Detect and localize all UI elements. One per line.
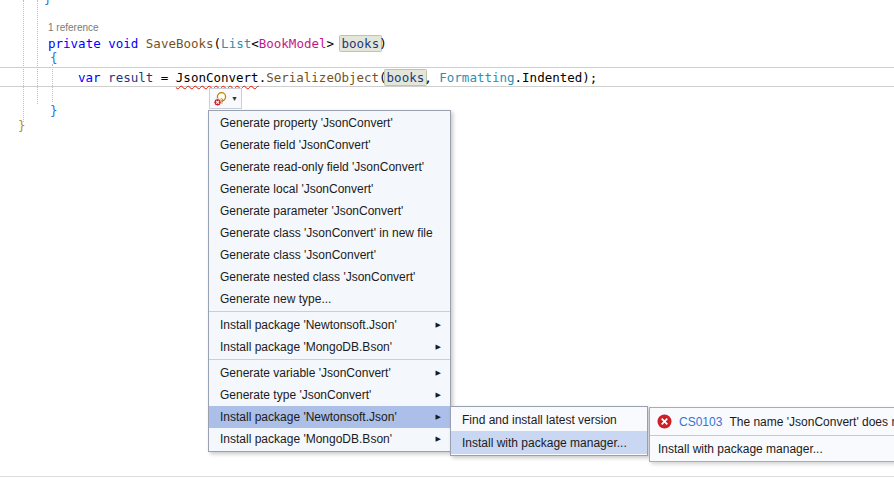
menu-separator (209, 310, 450, 314)
error-code-link[interactable]: CS0103 (679, 415, 722, 429)
code-token (101, 70, 109, 85)
code-token: books (385, 70, 427, 85)
code-token: books (340, 36, 382, 51)
submenu-arrow-icon: ▶ (436, 369, 441, 377)
code-token: , (424, 70, 439, 85)
menu-item[interactable]: Generate property 'JsonConvert' (209, 112, 450, 134)
chevron-down-icon: ▼ (231, 95, 238, 102)
code-line-prev-close: } (44, 0, 52, 8)
menu-item-label: Generate new type... (220, 292, 441, 306)
code-token: Formatting (439, 70, 514, 85)
menu-item[interactable]: Find and install latest version (451, 408, 647, 431)
menu-item-label: Generate nested class 'JsonConvert' (220, 270, 441, 284)
submenu-arrow-icon: ▶ (436, 435, 441, 443)
codelens-reference-count[interactable]: 1 reference (48, 22, 99, 34)
menu-item-label: Install package 'Newtonsoft.Json' (220, 410, 428, 424)
code-token: } (44, 0, 52, 6)
menu-item[interactable]: Install package 'MongoDB.Bson'▶ (209, 336, 450, 358)
menu-item[interactable]: Generate local 'JsonConvert' (209, 178, 450, 200)
error-tooltip: CS0103 The name 'JsonConvert' does not I… (649, 407, 894, 462)
code-token: ( (214, 36, 222, 51)
code-token: result (108, 70, 153, 85)
code-line-close-brace: } (50, 101, 58, 120)
menu-item-label: Generate field 'JsonConvert' (220, 138, 441, 152)
editor-bottom-divider (0, 476, 894, 477)
code-token: } (18, 118, 26, 133)
error-tooltip-diagnostic-row: CS0103 The name 'JsonConvert' does not (650, 408, 894, 436)
code-token: } (50, 103, 58, 118)
menu-item[interactable]: Generate class 'JsonConvert' in new file (209, 222, 450, 244)
error-tooltip-action-label: Install with package manager... (658, 442, 823, 456)
menu-item[interactable]: Generate read-only field 'JsonConvert' (209, 156, 450, 178)
menu-item-label: Generate type 'JsonConvert' (220, 388, 428, 402)
code-line-signature: private void SaveBooks(List<BookModel> b… (48, 34, 387, 53)
menu-separator (209, 358, 450, 362)
menu-item-label: Generate class 'JsonConvert' (220, 248, 441, 262)
code-line-statement: var result = JsonConvert.SerializeObject… (78, 68, 597, 87)
code-token: var (78, 70, 101, 85)
error-icon (657, 414, 672, 429)
submenu-arrow-icon: ▶ (436, 343, 441, 351)
quick-actions-button[interactable]: ▼ (209, 88, 242, 109)
lightbulb-error-icon (213, 91, 229, 107)
menu-item[interactable]: Install package 'Newtonsoft.Json'▶ (209, 406, 450, 428)
code-token: . (515, 70, 523, 85)
code-line-open-brace: { (50, 48, 58, 67)
install-package-submenu: Find and install latest versionInstall w… (450, 406, 648, 456)
code-token: BookModel (259, 36, 327, 51)
code-token: Indented (522, 70, 582, 85)
code-token: JsonConvert (176, 70, 259, 85)
code-token: < (251, 36, 259, 51)
menu-item[interactable]: Generate field 'JsonConvert' (209, 134, 450, 156)
quick-actions-menu: Generate property 'JsonConvert'Generate … (208, 110, 451, 452)
menu-item-label: Generate class 'JsonConvert' in new file (220, 226, 441, 240)
vs-editor-screen: } 1 reference private void SaveBooks(Lis… (0, 0, 894, 482)
menu-item-label: Generate variable 'JsonConvert' (220, 366, 428, 380)
menu-item[interactable]: Install package 'Newtonsoft.Json'▶ (209, 314, 450, 336)
menu-item-label: Find and install latest version (462, 413, 638, 427)
menu-item[interactable]: Install package 'MongoDB.Bson'▶ (209, 428, 450, 450)
menu-item-label: Generate read-only field 'JsonConvert' (220, 160, 441, 174)
code-token: = (153, 70, 176, 85)
menu-item-label: Install package 'Newtonsoft.Json' (220, 318, 428, 332)
indent-guide (37, 0, 38, 104)
menu-item[interactable]: Generate parameter 'JsonConvert' (209, 200, 450, 222)
code-token: { (50, 50, 58, 65)
menu-item[interactable]: Generate new type... (209, 288, 450, 310)
menu-item[interactable]: Install with package manager... (451, 431, 647, 454)
error-message: The name 'JsonConvert' does not (729, 415, 894, 429)
menu-item[interactable]: Generate class 'JsonConvert' (209, 244, 450, 266)
submenu-arrow-icon: ▶ (436, 391, 441, 399)
submenu-arrow-icon: ▶ (436, 413, 441, 421)
menu-item-label: Install package 'MongoDB.Bson' (220, 340, 428, 354)
menu-item-label: Generate local 'JsonConvert' (220, 182, 441, 196)
menu-item[interactable]: Generate type 'JsonConvert'▶ (209, 384, 450, 406)
code-line-class-close-brace: } (18, 116, 26, 135)
submenu-arrow-icon: ▶ (436, 321, 441, 329)
menu-item-label: Install package 'MongoDB.Bson' (220, 432, 428, 446)
code-token: SerializeObject (266, 70, 379, 85)
menu-item-label: Install with package manager... (462, 436, 638, 450)
code-token: private void (48, 36, 146, 51)
menu-item-label: Generate property 'JsonConvert' (220, 116, 441, 130)
error-tooltip-action-row[interactable]: Install with package manager... (650, 436, 894, 461)
code-token: ); (582, 70, 597, 85)
menu-item[interactable]: Generate variable 'JsonConvert'▶ (209, 362, 450, 384)
code-token: ) (379, 36, 387, 51)
menu-item-label: Generate parameter 'JsonConvert' (220, 204, 441, 218)
code-token: SaveBooks (146, 36, 214, 51)
menu-item[interactable]: Generate nested class 'JsonConvert' (209, 266, 450, 288)
code-token: List (221, 36, 251, 51)
indent-guide (23, 0, 24, 122)
